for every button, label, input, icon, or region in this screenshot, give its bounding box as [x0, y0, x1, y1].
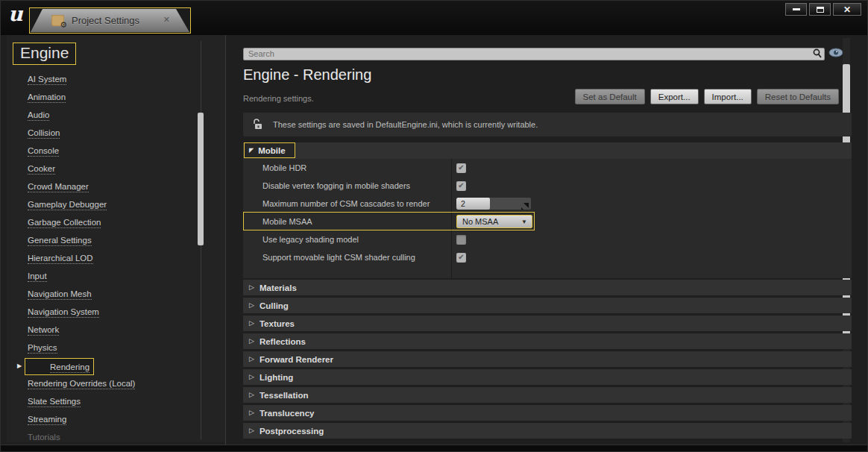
sidebar-item-physics[interactable]: Physics: [7, 339, 201, 357]
section-lighting[interactable]: ▷Lighting: [243, 369, 852, 385]
sidebar-item-label[interactable]: Physics: [28, 343, 57, 354]
config-file-notice: These settings are saved in DefaultEngin…: [243, 113, 852, 136]
mobile-hdr-checkbox[interactable]: ✔: [456, 163, 466, 173]
maximize-button[interactable]: [809, 3, 831, 16]
sidebar-item-collision[interactable]: Collision: [7, 125, 201, 142]
project-settings-tab[interactable]: ⚙ Project Settings ✕: [29, 7, 191, 34]
mobile-msaa-dropdown[interactable]: No MSAA ▼: [456, 215, 532, 228]
section-culling[interactable]: ▷Culling: [243, 298, 852, 313]
csm-shader-culling-checkbox[interactable]: ✔: [456, 253, 466, 263]
sidebar-item-label[interactable]: Audio: [28, 110, 49, 121]
sidebar-item-rendering-overrides[interactable]: Rendering Overrides (Local): [7, 375, 201, 393]
project-settings-window: u ⚙ Project Settings ✕ ✕ Engine AI Syste…: [0, 0, 868, 452]
sidebar-item-streaming[interactable]: Streaming: [7, 411, 201, 429]
sidebar-item-general-settings[interactable]: General Settings: [7, 232, 201, 250]
sidebar-item-label[interactable]: General Settings: [28, 236, 92, 246]
project-settings-icon: ⚙: [51, 15, 64, 26]
section-title: Mobile: [258, 146, 285, 155]
sidebar-item-cooker[interactable]: Cooker: [7, 160, 201, 178]
sidebar-item-navigation-mesh[interactable]: Navigation Mesh: [7, 286, 201, 304]
section-tessellation[interactable]: ▷Tessellation: [243, 387, 852, 403]
sidebar-item-console[interactable]: Console: [7, 142, 201, 160]
tab-close-icon[interactable]: ✕: [163, 15, 170, 25]
sidebar-item-label[interactable]: Navigation System: [28, 307, 99, 318]
section-postprocessing[interactable]: ▷Postprocessing: [243, 423, 852, 439]
sidebar-item-label[interactable]: Garbage Collection: [28, 218, 101, 228]
section-materials[interactable]: ▷Materials: [243, 280, 852, 295]
collapsed-arrow-icon: ▷: [249, 320, 254, 327]
section-title: Tessellation: [260, 391, 309, 400]
sidebar-item-crowd-manager[interactable]: Crowd Manager: [7, 178, 201, 196]
sidebar-item-label[interactable]: Navigation Mesh: [28, 289, 92, 300]
close-button[interactable]: ✕: [833, 3, 861, 16]
disable-vertex-fogging-checkbox[interactable]: ✔: [456, 181, 466, 191]
sidebar-item-garbage-collection[interactable]: Garbage Collection: [7, 214, 201, 232]
section-mobile-header[interactable]: ◤ Mobile: [243, 142, 852, 159]
import-button[interactable]: Import...: [704, 89, 752, 104]
sidebar-item-label[interactable]: Gameplay Debugger: [28, 200, 107, 210]
sidebar-item-label[interactable]: Slate Settings: [28, 397, 81, 407]
csm-cascades-spinbox[interactable]: 2: [456, 198, 531, 210]
setting-row-legacy-shading: Use legacy shading model: [243, 230, 852, 248]
sidebar-item-ai-system[interactable]: AI System: [7, 71, 201, 89]
section-translucency[interactable]: ▷Translucency: [243, 405, 852, 421]
sidebar-item-label[interactable]: Cooker: [28, 164, 55, 175]
sidebar-item-label[interactable]: Collision: [28, 128, 60, 139]
legacy-shading-checkbox[interactable]: [456, 235, 466, 245]
sidebar-item-hierarchical-lod[interactable]: Hierarchical LOD: [7, 250, 201, 268]
section-mobile-toggle[interactable]: ◤ Mobile: [244, 142, 295, 158]
window-bottom-border: [1, 445, 867, 451]
sidebar-item-label[interactable]: Rendering Overrides (Local): [28, 379, 135, 389]
unlocked-padlock-icon: [252, 119, 262, 131]
sidebar-item-input[interactable]: Input: [7, 268, 201, 286]
section-title: Postprocessing: [260, 427, 324, 436]
sidebar-item-rendering-selected[interactable]: ▶ Rendering: [7, 357, 201, 375]
sidebar-item-slate-settings[interactable]: Slate Settings: [7, 393, 201, 411]
sidebar-item-animation[interactable]: Animation: [7, 89, 201, 107]
setting-label: Disable vertex fogging in mobile shaders: [262, 181, 410, 190]
maximize-icon: [817, 7, 824, 13]
collapsed-arrow-icon: ▷: [249, 302, 254, 309]
check-icon: ✔: [458, 164, 464, 172]
sidebar-item-label[interactable]: Network: [28, 325, 59, 336]
sidebar-section-engine: Engine: [13, 43, 76, 65]
section-textures[interactable]: ▷Textures: [243, 316, 852, 331]
set-as-default-button[interactable]: Set as Default: [575, 89, 645, 104]
sidebar-item-label[interactable]: Tutorials: [28, 433, 60, 442]
sidebar-item-label[interactable]: Rendering: [50, 362, 89, 373]
setting-label: Support movable light CSM shader culling: [262, 253, 415, 262]
window-controls: ✕: [785, 3, 861, 16]
sidebar-item-audio[interactable]: Audio: [7, 107, 201, 125]
sidebar-item-label[interactable]: Animation: [28, 92, 66, 103]
section-reflections[interactable]: ▷Reflections: [243, 333, 852, 349]
export-button[interactable]: Export...: [650, 89, 699, 104]
tab-body[interactable]: ⚙ Project Settings ✕: [31, 9, 189, 32]
view-options-button[interactable]: ▾: [828, 46, 855, 58]
collapsed-arrow-icon: ▷: [249, 338, 254, 345]
sidebar-item-label[interactable]: AI System: [28, 75, 66, 85]
sidebar-item-label[interactable]: Streaming: [28, 415, 66, 425]
spinbox-value[interactable]: 2: [456, 198, 490, 210]
setting-label: Use legacy shading model: [262, 235, 359, 244]
sidebar-item-tutorials[interactable]: Tutorials: [7, 429, 201, 442]
collapsed-arrow-icon: ▷: [249, 374, 254, 380]
expanded-arrow-icon: ◤: [249, 148, 254, 154]
section-title: Culling: [260, 301, 289, 310]
sidebar-item-label[interactable]: Input: [28, 271, 47, 282]
sidebar-item-label[interactable]: Crowd Manager: [28, 182, 89, 192]
section-forward-renderer[interactable]: ▷Forward Renderer: [243, 351, 852, 367]
search-input[interactable]: [243, 48, 825, 60]
sidebar-item-label[interactable]: Console: [28, 146, 59, 157]
dropdown-caret-icon: ▼: [521, 219, 527, 225]
toolbar: Set as Default Export... Import... Reset…: [226, 89, 839, 104]
drag-corner-icon[interactable]: [521, 200, 529, 210]
close-icon: ✕: [843, 5, 851, 14]
sidebar-scrollbar-thumb[interactable]: [198, 113, 204, 245]
search-bar: [243, 46, 825, 59]
minimize-button[interactable]: [785, 3, 807, 16]
reset-to-defaults-button[interactable]: Reset to Defaults: [757, 89, 839, 104]
sidebar-item-navigation-system[interactable]: Navigation System: [7, 304, 201, 321]
sidebar-item-gameplay-debugger[interactable]: Gameplay Debugger: [7, 196, 201, 214]
sidebar-item-label[interactable]: Hierarchical LOD: [28, 254, 93, 264]
sidebar-item-network[interactable]: Network: [7, 321, 201, 339]
